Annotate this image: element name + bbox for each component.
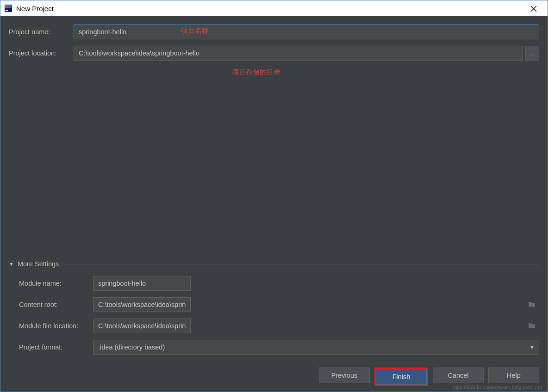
content-root-input[interactable] <box>93 297 191 312</box>
more-settings-toggle[interactable]: ▼ More Settings <box>9 260 539 268</box>
project-format-value: .idea (directory based) <box>98 343 165 351</box>
project-format-row: Project format: .idea (directory based) … <box>19 340 539 355</box>
svg-rect-3 <box>6 10 8 11</box>
module-file-location-row: Module file location: <box>19 318 539 333</box>
project-name-input[interactable] <box>74 24 539 39</box>
separator <box>63 264 539 264</box>
help-button[interactable]: Help <box>488 368 539 383</box>
module-name-input[interactable] <box>93 276 191 291</box>
previous-button[interactable]: Previous <box>319 368 370 383</box>
intellij-icon <box>4 4 12 12</box>
browse-location-button[interactable]: … <box>525 46 539 61</box>
module-file-location-input[interactable] <box>93 318 191 333</box>
finish-highlight: Finish <box>374 368 428 386</box>
more-settings-label: More Settings <box>18 260 59 268</box>
project-name-label: Project name: <box>9 28 74 36</box>
chevron-down-icon: ▼ <box>529 344 535 350</box>
finish-button[interactable]: Finish <box>376 369 427 385</box>
project-name-row: Project name: 项目名称 <box>9 24 539 39</box>
close-icon <box>530 6 537 12</box>
dialog-body: Project name: 项目名称 Project location: … 项… <box>0 16 548 392</box>
cancel-button[interactable]: Cancel <box>433 368 484 383</box>
module-name-label: Module name: <box>19 280 93 287</box>
module-file-location-label: Module file location: <box>19 322 93 330</box>
button-bar: Previous Finish Cancel Help <box>9 368 539 386</box>
close-button[interactable] <box>524 3 543 14</box>
watermark: https://dpb-bobokaoya-sm.blog.csdn.net <box>451 384 542 390</box>
triangle-down-icon: ▼ <box>9 261 14 267</box>
folder-icon <box>528 322 536 330</box>
project-location-row: Project location: … <box>9 46 539 61</box>
module-name-row: Module name: <box>19 276 539 291</box>
folder-icon <box>528 301 536 309</box>
svg-rect-2 <box>8 5 12 8</box>
more-settings-panel: Module name: Content root: Module file l… <box>9 276 539 361</box>
content-root-row: Content root: <box>19 297 539 312</box>
project-format-select[interactable]: .idea (directory based) <box>93 340 539 355</box>
project-location-label: Project location: <box>9 49 74 57</box>
project-location-input[interactable] <box>74 46 523 61</box>
titlebar: New Project <box>0 0 548 16</box>
svg-rect-1 <box>5 5 8 8</box>
project-format-label: Project format: <box>19 343 93 351</box>
content-root-label: Content root: <box>19 301 93 308</box>
window-title: New Project <box>16 5 54 12</box>
new-project-dialog: New Project Project name: 项目名称 Project l… <box>0 0 548 392</box>
